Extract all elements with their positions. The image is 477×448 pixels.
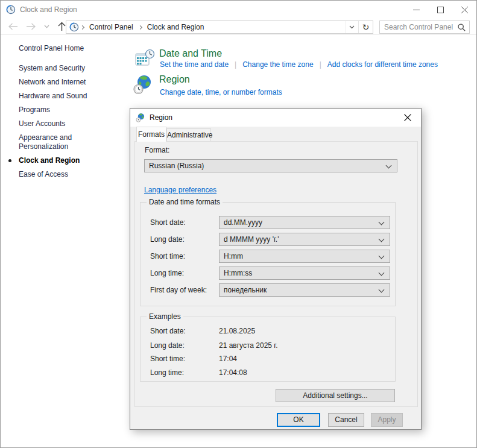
control-panel-window: Clock and Region [0, 0, 477, 448]
close-icon [404, 114, 411, 121]
link-change-time-zone[interactable]: Change the time zone [242, 60, 313, 69]
close-button[interactable] [452, 1, 476, 19]
apply-button[interactable]: Apply [371, 413, 403, 427]
breadcrumb-clock-region[interactable]: Clock and Region [144, 23, 208, 31]
maximize-button[interactable] [428, 1, 452, 19]
region-dialog-icon [136, 113, 145, 122]
date-and-time-links: Set the time and date | Change the time … [160, 60, 438, 69]
region-icon[interactable] [133, 74, 153, 95]
search-input[interactable]: Search Control Panel [379, 21, 470, 34]
chevron-right-icon[interactable] [138, 25, 142, 29]
sidebar-item-system-and-security[interactable]: System and Security [19, 64, 114, 73]
minimize-icon [413, 7, 420, 13]
close-icon [461, 7, 468, 13]
address-dropdown-button[interactable] [345, 21, 358, 33]
back-button[interactable] [8, 22, 18, 31]
sidebar-item-clock-and-region[interactable]: Clock and Region [19, 156, 114, 165]
up-button[interactable] [57, 22, 66, 31]
sidebar-item-appearance-and-personalization[interactable]: Appearance and Personalization [19, 133, 114, 151]
sidebar: Control Panel Home System and Security N… [19, 44, 114, 184]
sidebar-item-user-accounts[interactable]: User Accounts [19, 119, 114, 128]
ok-button[interactable]: OK [277, 413, 320, 427]
search-icon[interactable] [458, 24, 466, 31]
sidebar-item-hardware-and-sound[interactable]: Hardware and Sound [19, 92, 114, 101]
link-add-clocks[interactable]: Add clocks for different time zones [327, 60, 438, 69]
link-separator: | [235, 60, 236, 69]
link-separator: | [320, 60, 321, 69]
region-dialog: Region Formats Administrative Format: Ru… [130, 108, 422, 430]
dialog-title: Region [150, 113, 172, 122]
sidebar-item-programs[interactable]: Programs [19, 106, 114, 115]
date-and-time-icon[interactable] [135, 49, 154, 67]
link-set-time-and-date[interactable]: Set the time and date [160, 60, 229, 69]
section-title-region[interactable]: Region [159, 74, 190, 85]
tab-page-frame [134, 141, 418, 407]
section-title-date-and-time[interactable]: Date and Time [159, 48, 222, 59]
window-titlebar: Clock and Region [1, 1, 476, 19]
breadcrumb-app-icon[interactable] [69, 22, 79, 32]
chevron-down-icon [349, 25, 355, 29]
sidebar-item-ease-of-access[interactable]: Ease of Access [19, 170, 114, 179]
dialog-close-button[interactable] [394, 109, 421, 126]
address-bar[interactable]: Control Panel Clock and Region ↻ [66, 21, 373, 34]
navigation-bar: Control Panel Clock and Region ↻ Search … [1, 19, 476, 35]
tab-administrative[interactable]: Administrative [166, 128, 211, 141]
recent-pages-dropdown[interactable] [44, 25, 49, 28]
link-change-formats[interactable]: Change date, time, or number formats [160, 88, 282, 96]
region-links: Change date, time, or number formats [160, 88, 282, 96]
minimize-button[interactable] [404, 1, 428, 19]
cancel-button[interactable]: Cancel [328, 413, 364, 427]
breadcrumb-control-panel[interactable]: Control Panel [86, 23, 137, 31]
maximize-icon [437, 7, 444, 13]
refresh-button[interactable]: ↻ [358, 21, 373, 33]
sidebar-item-network-and-internet[interactable]: Network and Internet [19, 78, 114, 87]
dialog-titlebar: Region [130, 109, 421, 127]
forward-button[interactable] [26, 22, 36, 31]
search-placeholder: Search Control Panel [380, 23, 458, 31]
clock-region-app-icon [6, 5, 16, 14]
sidebar-item-control-panel-home[interactable]: Control Panel Home [19, 44, 114, 52]
window-title: Clock and Region [20, 5, 77, 14]
chevron-right-icon[interactable] [80, 25, 84, 29]
tab-formats[interactable]: Formats [136, 127, 166, 142]
